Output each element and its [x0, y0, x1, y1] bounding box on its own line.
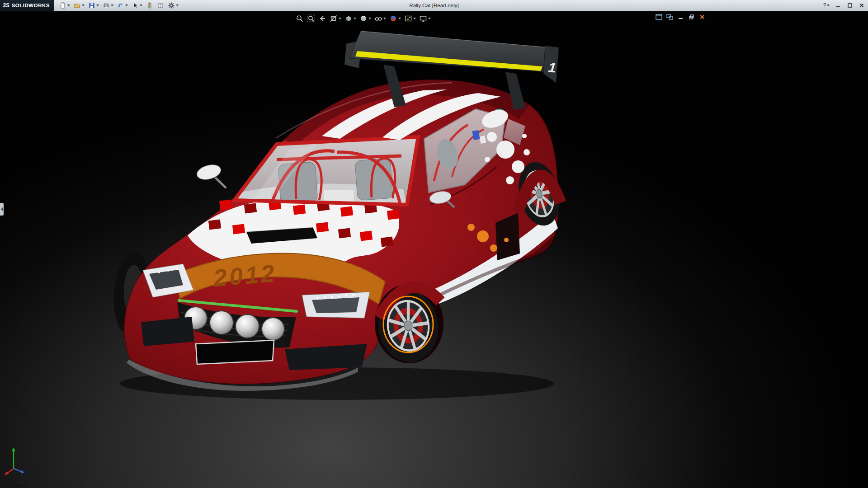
save-button[interactable] — [87, 0, 100, 11]
select-dropdown-arrow[interactable] — [140, 5, 142, 6]
doc-close-button[interactable] — [698, 14, 706, 20]
close-button[interactable] — [857, 1, 866, 9]
app-name: SOLIDWORKS — [12, 3, 50, 8]
edit-appearance-button[interactable] — [388, 13, 402, 24]
minimize-button[interactable] — [834, 1, 843, 9]
open-folder-icon — [74, 2, 81, 9]
triad-z-axis — [14, 469, 24, 474]
view-settings-dropdown-arrow[interactable] — [428, 18, 431, 19]
tile-windows-button[interactable] — [666, 14, 674, 20]
zoom-area-icon — [307, 14, 315, 23]
hide-show-items-icon — [374, 14, 382, 23]
help-dropdown-arrow[interactable] — [827, 5, 830, 6]
select-button[interactable] — [130, 0, 144, 11]
right-headlight[interactable] — [302, 292, 370, 318]
new-dropdown-arrow[interactable] — [67, 5, 70, 6]
new-document-icon — [59, 2, 66, 9]
view-orientation-label: *Dimetric — [3, 482, 27, 488]
new-button[interactable] — [58, 0, 71, 11]
previous-view-icon — [318, 14, 326, 23]
hide-show-items-button[interactable] — [373, 13, 387, 24]
open-button[interactable] — [72, 0, 86, 11]
doc-minimize-icon — [678, 14, 684, 20]
hide-show-dropdown-arrow[interactable] — [383, 18, 386, 19]
maximize-icon — [847, 3, 853, 8]
options-icon — [168, 2, 175, 9]
display-style-dropdown-arrow[interactable] — [368, 18, 371, 19]
display-style-button[interactable] — [359, 13, 372, 24]
file-properties-icon — [157, 2, 164, 9]
rebuild-button[interactable] — [145, 0, 155, 11]
titlebar: 3S SOLIDWORKS — [0, 0, 868, 11]
document-window-controls — [655, 14, 706, 20]
left-mirror[interactable] — [195, 163, 226, 188]
help-icon: ? — [823, 2, 826, 9]
doc-restore-icon — [689, 14, 694, 20]
print-button[interactable] — [101, 0, 115, 11]
apply-scene-dropdown-arrow[interactable] — [413, 18, 416, 19]
view-orientation-icon — [344, 14, 353, 23]
zoom-area-button[interactable] — [306, 13, 316, 24]
print-icon — [103, 2, 110, 9]
select-cursor-icon — [132, 2, 139, 9]
edit-appearance-icon — [389, 14, 397, 23]
view-orientation-button[interactable] — [344, 13, 357, 24]
hood-year-decal: 2012 — [212, 259, 278, 292]
edit-appearance-dropdown-arrow[interactable] — [398, 18, 401, 19]
view-settings-button[interactable] — [418, 13, 432, 24]
undo-dropdown-arrow[interactable] — [125, 5, 128, 6]
view-settings-icon — [419, 14, 427, 23]
section-view-icon — [330, 14, 338, 23]
apply-scene-icon — [404, 14, 412, 23]
maximize-button[interactable] — [845, 1, 854, 9]
help-button[interactable]: ? — [822, 1, 831, 9]
undo-icon — [117, 2, 124, 9]
3d-model-rally-car[interactable]: 1 — [0, 11, 868, 488]
section-view-button[interactable] — [329, 13, 342, 24]
options-dropdown-arrow[interactable] — [176, 5, 179, 6]
heads-up-view-toolbar — [295, 13, 432, 24]
window-controls: ? — [822, 0, 866, 11]
doc-restore-button[interactable] — [688, 14, 695, 20]
wing-number-decal: 1 — [547, 60, 557, 75]
open-dropdown-arrow[interactable] — [82, 5, 85, 6]
view-orientation-dropdown-arrow[interactable] — [354, 18, 356, 19]
file-properties-button[interactable] — [156, 0, 165, 11]
graphics-area[interactable]: 1 — [0, 11, 868, 488]
save-dropdown-arrow[interactable] — [96, 5, 99, 6]
window-title: Rally Car [Read-only] — [409, 0, 458, 11]
quick-access-toolbar — [54, 0, 180, 11]
triad-x-axis — [5, 469, 14, 475]
3ds-logo-icon: 3S — [3, 2, 9, 9]
triad-y-axis — [12, 447, 15, 469]
zoom-fit-icon — [296, 14, 304, 23]
rebuild-icon — [146, 2, 153, 9]
print-dropdown-arrow[interactable] — [111, 5, 113, 6]
license-plate[interactable] — [196, 340, 274, 364]
new-window-icon — [656, 14, 662, 20]
save-icon — [88, 2, 95, 9]
solidworks-window: 3S SOLIDWORKS — [0, 0, 868, 488]
doc-close-icon — [699, 14, 705, 20]
apply-scene-button[interactable] — [403, 13, 417, 24]
undo-button[interactable] — [116, 0, 129, 11]
section-view-dropdown-arrow[interactable] — [339, 18, 341, 19]
minimize-icon — [835, 3, 841, 8]
zoom-fit-button[interactable] — [295, 13, 305, 24]
orientation-triad — [4, 443, 35, 479]
tile-windows-icon — [666, 14, 673, 20]
close-icon — [859, 3, 864, 8]
solidworks-logo: 3S SOLIDWORKS — [0, 0, 54, 11]
collapse-arrow-icon — [1, 207, 3, 211]
new-window-button[interactable] — [655, 14, 663, 20]
doc-minimize-button[interactable] — [677, 14, 684, 20]
rear-wing[interactable]: 1 — [344, 31, 559, 83]
options-button[interactable] — [166, 0, 180, 11]
previous-view-button[interactable] — [317, 13, 327, 24]
windshield[interactable] — [234, 137, 418, 205]
panel-collapse-tab[interactable] — [0, 203, 4, 216]
display-style-icon — [359, 14, 368, 23]
